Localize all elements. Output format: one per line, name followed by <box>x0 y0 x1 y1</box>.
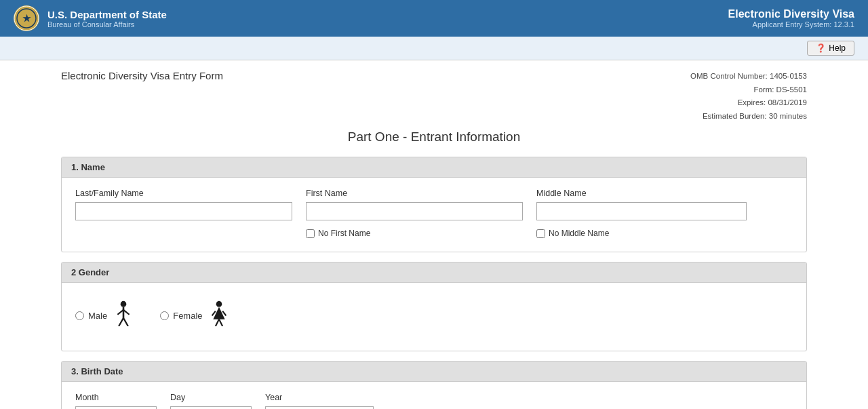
help-button[interactable]: ❓ Help <box>807 41 854 56</box>
male-label: Male <box>88 311 107 321</box>
svg-line-12 <box>212 311 215 316</box>
form-title: Electronic Diversity Visa Entry Form <box>61 70 223 81</box>
gender-section-header: 2 Gender <box>62 262 806 283</box>
male-radio[interactable] <box>75 311 84 320</box>
month-input[interactable] <box>75 406 157 409</box>
svg-line-6 <box>123 310 130 315</box>
female-figure-icon <box>210 300 229 330</box>
day-field: Day <box>170 393 252 409</box>
svg-line-10 <box>215 319 218 326</box>
name-section-header: 1. Name <box>62 157 806 178</box>
toolbar: ❓ Help <box>0 37 868 60</box>
male-figure-icon <box>114 300 133 330</box>
department-info: U.S. Department of State Bureau of Consu… <box>47 9 167 28</box>
female-radio[interactable] <box>160 311 169 320</box>
app-subtitle: Applicant Entry System: 12.3.1 <box>728 20 854 28</box>
male-option[interactable]: Male <box>75 300 133 330</box>
birth-date-section-body: Month Day Year <box>62 382 806 409</box>
page-content: Electronic Diversity Visa Entry Form OMB… <box>47 60 821 409</box>
month-field: Month <box>75 393 157 409</box>
no-middle-name-checkbox[interactable] <box>536 229 545 238</box>
section-heading: Part One - Entrant Information <box>61 130 807 144</box>
seal-emblem: ★ <box>14 5 39 31</box>
day-input[interactable] <box>170 406 252 409</box>
year-field: Year <box>265 393 374 409</box>
help-label: Help <box>829 43 846 53</box>
name-fields: Last/Family Name First Name No First Nam… <box>75 189 793 238</box>
no-first-name-row: No First Name <box>306 229 523 238</box>
first-name-label: First Name <box>306 189 523 198</box>
svg-text:★: ★ <box>22 13 31 24</box>
app-info: Electronic Diversity Visa Applicant Entr… <box>728 8 854 28</box>
gender-row: Male Female <box>75 294 793 337</box>
day-label: Day <box>170 393 252 402</box>
dept-title: U.S. Department of State <box>47 9 167 20</box>
no-middle-name-label: No Middle Name <box>549 229 609 238</box>
dept-subtitle: Bureau of Consular Affairs <box>47 20 167 28</box>
svg-line-11 <box>219 319 222 326</box>
no-middle-name-row: No Middle Name <box>536 229 747 238</box>
form-number: Form: DS-5501 <box>690 83 807 97</box>
svg-point-3 <box>121 301 127 307</box>
first-name-input[interactable] <box>306 202 523 220</box>
svg-line-5 <box>118 310 124 315</box>
last-name-label: Last/Family Name <box>75 189 292 198</box>
birth-date-section: 3. Birth Date Month Day Year <box>61 361 807 409</box>
name-section-body: Last/Family Name First Name No First Nam… <box>62 178 806 252</box>
first-name-group: First Name No First Name <box>306 189 523 238</box>
gender-section: 2 Gender Male <box>61 262 807 351</box>
name-section: 1. Name Last/Family Name First Name No F… <box>61 157 807 252</box>
birth-date-section-header: 3. Birth Date <box>62 362 806 382</box>
year-input[interactable] <box>265 406 374 409</box>
no-first-name-checkbox[interactable] <box>306 229 315 238</box>
svg-line-13 <box>222 311 226 316</box>
female-label: Female <box>173 311 202 321</box>
middle-name-label: Middle Name <box>536 189 747 198</box>
header-left: ★ U.S. Department of State Bureau of Con… <box>14 5 167 31</box>
last-name-group: Last/Family Name <box>75 189 292 238</box>
female-option[interactable]: Female <box>160 300 228 330</box>
year-label: Year <box>265 393 374 402</box>
middle-name-input[interactable] <box>536 202 747 220</box>
svg-line-8 <box>123 318 128 326</box>
expires: Expires: 08/31/2019 <box>690 96 807 110</box>
estimated-burden: Estimated Burden: 30 minutes <box>690 110 807 123</box>
page-top-row: Electronic Diversity Visa Entry Form OMB… <box>61 70 807 123</box>
svg-line-7 <box>119 318 123 326</box>
omb-control-number: OMB Control Number: 1405-0153 <box>690 70 807 83</box>
help-icon: ❓ <box>816 43 826 53</box>
gender-section-body: Male Female <box>62 283 806 351</box>
middle-name-group: Middle Name No Middle Name <box>536 189 747 238</box>
no-first-name-label: No First Name <box>318 229 370 238</box>
omb-info: OMB Control Number: 1405-0153 Form: DS-5… <box>690 70 807 123</box>
last-name-input[interactable] <box>75 202 292 220</box>
month-label: Month <box>75 393 157 402</box>
app-title: Electronic Diversity Visa <box>728 8 854 20</box>
svg-point-9 <box>216 301 222 307</box>
date-fields: Month Day Year <box>75 393 793 409</box>
page-header: ★ U.S. Department of State Bureau of Con… <box>0 0 868 37</box>
